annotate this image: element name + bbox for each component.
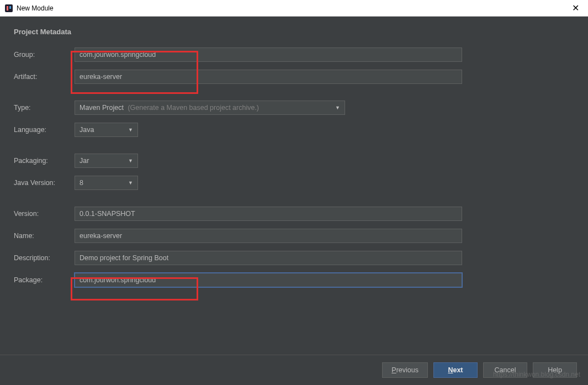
version-input[interactable]	[75, 207, 462, 221]
section-title: Project Metadata	[14, 28, 574, 36]
packaging-combo[interactable]: Jar ▼	[75, 154, 138, 168]
row-name: Name:	[14, 228, 574, 244]
titlebar: New Module ✕	[0, 0, 588, 17]
row-artifact: Artifact:	[14, 69, 574, 85]
description-input[interactable]	[75, 251, 462, 265]
label-language: Language:	[14, 126, 75, 134]
row-package: Package:	[14, 272, 574, 288]
package-input[interactable]	[75, 273, 462, 287]
content-area: Project Metadata Group: Artifact: Type: …	[0, 17, 588, 355]
java-version-combo[interactable]: 8 ▼	[75, 176, 138, 190]
label-packaging: Packaging:	[14, 157, 75, 165]
group-input[interactable]	[75, 48, 462, 62]
footer: PPreviousrevious NextNext Cancel Help	[0, 355, 588, 385]
language-combo[interactable]: Java ▼	[75, 123, 138, 137]
label-artifact: Artifact:	[14, 73, 75, 81]
app-icon	[4, 4, 13, 13]
svg-rect-0	[5, 4, 13, 12]
window-title: New Module	[17, 4, 568, 12]
artifact-input[interactable]	[75, 70, 462, 84]
row-language: Language: Java ▼	[14, 122, 574, 138]
chevron-down-icon: ▼	[128, 180, 133, 186]
row-description: Description:	[14, 250, 574, 266]
cancel-button[interactable]: Cancel	[483, 362, 527, 378]
name-input[interactable]	[75, 229, 462, 243]
language-value: Java	[80, 126, 94, 134]
row-packaging: Packaging: Jar ▼	[14, 153, 574, 168]
label-group: Group:	[14, 51, 75, 59]
help-button[interactable]: Help	[533, 362, 577, 378]
next-button[interactable]: NextNext	[433, 362, 478, 378]
label-java-version: Java Version:	[14, 179, 75, 187]
label-package: Package:	[14, 276, 75, 284]
row-version: Version:	[14, 206, 574, 221]
row-java-version: Java Version: 8 ▼	[14, 175, 574, 191]
svg-rect-1	[7, 6, 8, 10]
label-type: Type:	[14, 104, 75, 112]
type-combo[interactable]: Maven Project (Generate a Maven based pr…	[75, 101, 345, 115]
row-type: Type: Maven Project (Generate a Maven ba…	[14, 100, 574, 115]
chevron-down-icon: ▼	[128, 127, 133, 133]
label-description: Description:	[14, 254, 75, 262]
type-hint: (Generate a Maven based project archive.…	[128, 104, 259, 112]
label-version: Version:	[14, 210, 75, 218]
close-icon[interactable]: ✕	[568, 3, 584, 13]
java-version-value: 8	[80, 179, 83, 187]
type-combo-text: Maven Project (Generate a Maven based pr…	[80, 104, 259, 112]
chevron-down-icon: ▼	[128, 158, 133, 164]
packaging-value: Jar	[80, 157, 89, 165]
row-group: Group:	[14, 47, 574, 62]
label-name: Name:	[14, 232, 75, 240]
chevron-down-icon: ▼	[335, 105, 340, 110]
type-value: Maven Project	[80, 104, 124, 112]
svg-rect-2	[9, 6, 11, 9]
previous-button[interactable]: PPreviousrevious	[382, 362, 428, 378]
